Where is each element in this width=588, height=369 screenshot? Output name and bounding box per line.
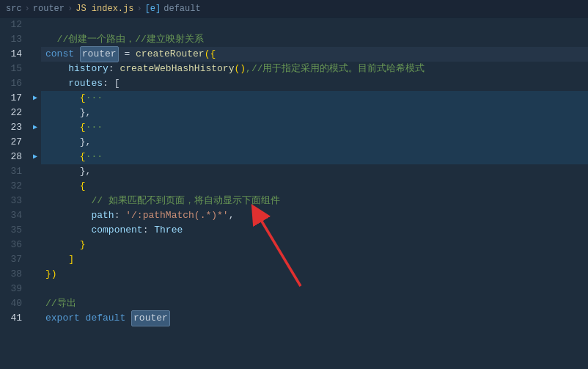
dots-17: ··· (86, 91, 103, 106)
kw-const: const (45, 47, 80, 62)
fg-34 (29, 208, 41, 223)
indent-32 (45, 179, 80, 194)
indent-15 (45, 62, 68, 76)
colon-34: : (114, 208, 126, 223)
fg-35 (29, 223, 41, 238)
var-router: router (80, 46, 119, 62)
ln-36: 36 (0, 238, 29, 252)
val-three: Three (154, 223, 183, 238)
fg-22 (29, 106, 41, 120)
kw-export: export (45, 311, 86, 326)
close-27: }, (80, 135, 92, 150)
code-line-15: history : createWebHashHistory () ,//用于指… (41, 62, 588, 76)
dots-28: ··· (86, 150, 103, 164)
comment-15: ,//用于指定采用的模式。目前式哈希模式 (246, 62, 425, 76)
dots-23: ··· (86, 120, 103, 135)
indent-28 (45, 150, 80, 164)
code-line-22: }, (41, 106, 588, 120)
parens-15: () (234, 62, 246, 76)
line-numbers: 12 13 14 15 16 17 22 23 27 28 31 32 33 3… (0, 18, 29, 369)
code-line-39 (41, 282, 588, 296)
indent-34 (45, 208, 91, 223)
fg-40 (29, 296, 41, 311)
code-line-13: //创建一个路由，//建立映射关系 (41, 32, 588, 47)
fg-36 (29, 238, 41, 252)
obj-23: { (80, 120, 86, 135)
close-bracket-37: ] (68, 252, 74, 267)
comment-40: //导出 (45, 296, 76, 311)
code-line-35: component : Three (41, 223, 588, 238)
bc-sep: › (25, 4, 30, 14)
str-path: '/:pathMatch(.*)*' (125, 208, 228, 223)
fg-14 (29, 47, 41, 62)
breadcrumb: src › router › JS index.js › [e] default (0, 0, 588, 18)
obj-17: { (80, 91, 86, 106)
code-line-36: } (41, 238, 588, 252)
prop-history: history (68, 62, 109, 76)
ln-39: 39 (0, 282, 29, 296)
close-38: }) (45, 267, 57, 282)
comment-33: // 如果匹配不到页面，将自动显示下面组件 (91, 194, 279, 208)
prop-routes: routes (68, 76, 103, 91)
fg-27 (29, 135, 41, 150)
fg-37 (29, 252, 41, 267)
ln-12: 12 (0, 18, 29, 32)
indent-27 (45, 135, 80, 150)
prop-component: component (91, 223, 142, 238)
obj-28: { (80, 150, 86, 164)
comma-34: , (229, 208, 235, 223)
ln-28: 28 (0, 150, 29, 164)
bc-src: src (6, 4, 22, 14)
indent-31 (45, 164, 80, 179)
bc-sep2: › (67, 4, 73, 14)
close-22: }, (80, 106, 92, 120)
editor: 12 13 14 15 16 17 22 23 27 28 31 32 33 3… (0, 18, 588, 369)
colon-16: : [ (103, 76, 120, 91)
code-line-17: { ··· (41, 91, 588, 106)
code-line-31: }, (41, 164, 588, 179)
fg-12 (29, 18, 41, 32)
code-line-28: { ··· (41, 150, 588, 164)
ln-40: 40 (0, 296, 29, 311)
code-line-33: // 如果匹配不到页面，将自动显示下面组件 (41, 194, 588, 208)
ln-13: 13 (0, 32, 29, 47)
bc-export-icon: [e] (145, 4, 161, 14)
fg-16 (29, 76, 41, 91)
code-line-27: }, (41, 135, 588, 150)
indent-36 (45, 238, 80, 252)
fg-17[interactable]: ▶ (29, 91, 41, 106)
code-line-40: //导出 (41, 296, 588, 311)
code-line-32: { (41, 179, 588, 194)
ln-27: 27 (0, 135, 29, 150)
indent-23 (45, 120, 80, 135)
indent-35 (45, 223, 91, 238)
indent-17 (45, 91, 80, 106)
ln-31: 31 (0, 164, 29, 179)
fg-38 (29, 267, 41, 282)
ln-38: 38 (0, 267, 29, 282)
code-line-41: export default router (41, 311, 588, 326)
brace-open: { (210, 47, 216, 62)
code-line-16: routes : [ (41, 76, 588, 91)
code-line-12 (41, 18, 588, 32)
fg-33 (29, 194, 41, 208)
ln-14: 14 (0, 47, 29, 62)
fg-13 (29, 32, 41, 47)
fg-15 (29, 62, 41, 76)
bc-sep3: › (136, 4, 142, 14)
open-32: { (80, 179, 86, 194)
comment-token: //创建一个路由，//建立映射关系 (45, 32, 204, 47)
prop-path: path (91, 208, 114, 223)
bracket-open: ( (205, 47, 210, 62)
ln-17: 17 (0, 91, 29, 106)
ln-22: 22 (0, 106, 29, 120)
ln-41: 41 (0, 311, 29, 326)
kw-default: default (86, 311, 131, 326)
indent-33 (45, 194, 91, 208)
fg-23[interactable]: ▶ (29, 120, 41, 135)
ln-35: 35 (0, 223, 29, 238)
indent-22 (45, 106, 80, 120)
fg-28[interactable]: ▶ (29, 150, 41, 164)
fg-31 (29, 164, 41, 179)
val-router-41: router (131, 310, 170, 326)
